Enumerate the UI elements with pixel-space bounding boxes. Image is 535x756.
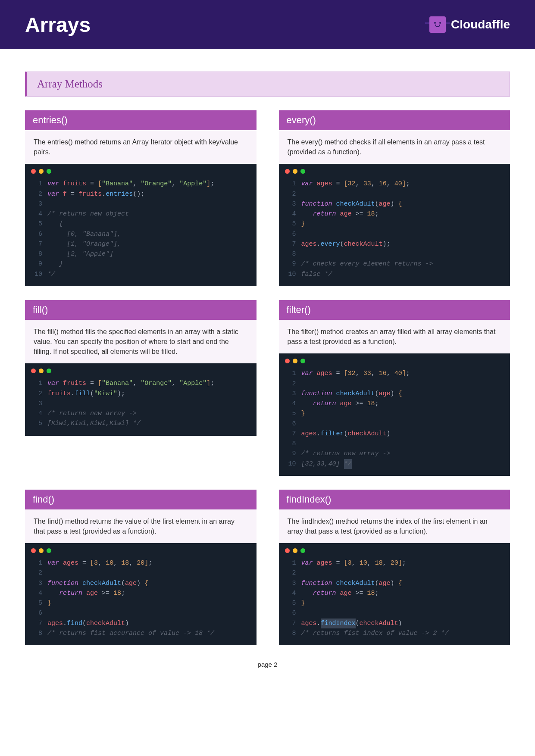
- yellow-dot-icon: [293, 359, 297, 363]
- code-token: function: [301, 199, 332, 209]
- code-token: ,: [113, 558, 121, 568]
- code-token: /* returns new array ->: [301, 449, 391, 459]
- code-token: fruits: [63, 378, 86, 388]
- code-line: 4 return age >= 18;: [31, 588, 250, 598]
- window-controls: [279, 353, 510, 365]
- code-line: 2var f = fruits.entries();: [31, 189, 250, 199]
- code-token: ;: [406, 179, 410, 189]
- code-line: 6: [285, 229, 504, 239]
- code-token: fruits: [78, 189, 102, 199]
- code-token: }: [47, 259, 63, 269]
- code-token: fruits: [47, 389, 71, 399]
- code-token: {: [398, 199, 402, 209]
- code-token: (: [375, 199, 379, 209]
- code-token: [352, 399, 356, 409]
- code-token: }: [47, 598, 51, 608]
- code-token: [Kiwi,Kiwi,Kiwi,Kiwi] */: [47, 419, 141, 428]
- card-title: fill(): [25, 300, 257, 320]
- code-token: /* returns fist index of value -> 2 */: [301, 628, 449, 638]
- code-token: age: [125, 578, 137, 588]
- line-number: 1: [285, 179, 296, 189]
- code-token: [1, "Orange"],: [47, 239, 121, 249]
- section-title: Array Methods: [37, 78, 499, 90]
- code-token: function: [47, 578, 78, 588]
- code-line: 1var fruits = ["Banana", "Orange", "Appl…: [31, 179, 250, 189]
- code-token: ): [387, 429, 391, 439]
- code-line: 4/* returns new object: [31, 209, 250, 219]
- code-token: ,: [387, 369, 394, 378]
- code-token: (: [375, 578, 379, 588]
- code-token: .: [317, 429, 321, 439]
- code-line: 1var ages = [32, 33, 16, 40];: [285, 179, 504, 189]
- code-block: 1var fruits = ["Banana", "Orange", "Appl…: [25, 164, 257, 286]
- code-token: {: [398, 389, 402, 399]
- code-line: 5[Kiwi,Kiwi,Kiwi,Kiwi] */: [31, 419, 250, 428]
- line-number: 3: [31, 199, 42, 209]
- code-token: ,: [356, 369, 363, 378]
- code-token: {: [398, 578, 402, 588]
- code-token: ,: [133, 179, 141, 189]
- line-number: 4: [285, 588, 296, 598]
- code-line: 2: [285, 568, 504, 578]
- code-token: [340, 369, 344, 378]
- code-token: [332, 389, 336, 399]
- line-number: 8: [31, 249, 42, 259]
- code-token: 3: [348, 558, 352, 568]
- code-line: 5}: [285, 598, 504, 608]
- code-line: 8/* returns fist index of value -> 2 */: [285, 628, 504, 638]
- code-token: [332, 369, 336, 378]
- code-line: 7ages.filter(checkAdult): [285, 429, 504, 439]
- code-line: 2fruits.fill("Kiwi");: [31, 389, 250, 399]
- line-number: 3: [285, 199, 296, 209]
- code-token: ,: [387, 179, 394, 189]
- code-token: filter: [321, 429, 344, 439]
- code-line: 9/* checks every element returns ->: [285, 259, 504, 269]
- code-token: 40: [394, 369, 402, 378]
- code-token: return: [313, 399, 336, 409]
- code-line: 2: [31, 568, 250, 578]
- line-number: 9: [285, 449, 296, 459]
- code-token: ,: [133, 378, 141, 388]
- code-token: [110, 588, 113, 598]
- code-line: 3function checkAdult(age) {: [285, 389, 504, 399]
- code-token: checkAdult: [86, 619, 125, 628]
- code-token: >=: [356, 399, 363, 409]
- code-token: (: [344, 429, 348, 439]
- line-number: 9: [285, 259, 296, 269]
- code-token: [98, 588, 102, 598]
- code-token: [86, 179, 90, 189]
- code-token: age: [340, 588, 352, 598]
- line-number: 6: [285, 608, 296, 618]
- code-token: age: [340, 209, 352, 219]
- code-token: var: [301, 558, 313, 568]
- code-line: 8/* returns fist accurance of value -> 1…: [31, 628, 250, 638]
- code-token: "Apple": [179, 378, 206, 388]
- code-body: 1var fruits = ["Banana", "Orange", "Appl…: [25, 375, 257, 435]
- code-token: checkAdult: [344, 239, 383, 249]
- code-line: 8 [2, "Apple"]: [31, 249, 250, 259]
- code-token: [: [344, 558, 348, 568]
- line-number: 1: [31, 558, 42, 568]
- code-token: ;: [148, 558, 152, 568]
- code-token: [313, 179, 317, 189]
- green-dot-icon: [47, 548, 51, 553]
- code-token: ): [391, 578, 398, 588]
- line-number: 7: [31, 619, 42, 628]
- code-token: var: [47, 378, 59, 388]
- line-number: 9: [31, 259, 42, 269]
- code-token: ,: [172, 378, 179, 388]
- code-block: 1var ages = [3, 10, 18, 20];23function c…: [279, 543, 510, 645]
- line-number: 7: [285, 619, 296, 628]
- code-token: =: [90, 179, 94, 189]
- card-title: entries(): [25, 110, 257, 130]
- line-number: 2: [31, 389, 42, 399]
- red-dot-icon: [285, 169, 290, 174]
- code-token: [0, "Banana"],: [47, 229, 121, 239]
- code-line: 10*/: [31, 269, 250, 279]
- line-number: 2: [285, 189, 296, 199]
- code-token: [: [344, 179, 348, 189]
- code-line: 9 }: [31, 259, 250, 269]
- code-token: [336, 209, 340, 219]
- line-number: 4: [31, 209, 42, 219]
- code-token: var: [47, 179, 59, 189]
